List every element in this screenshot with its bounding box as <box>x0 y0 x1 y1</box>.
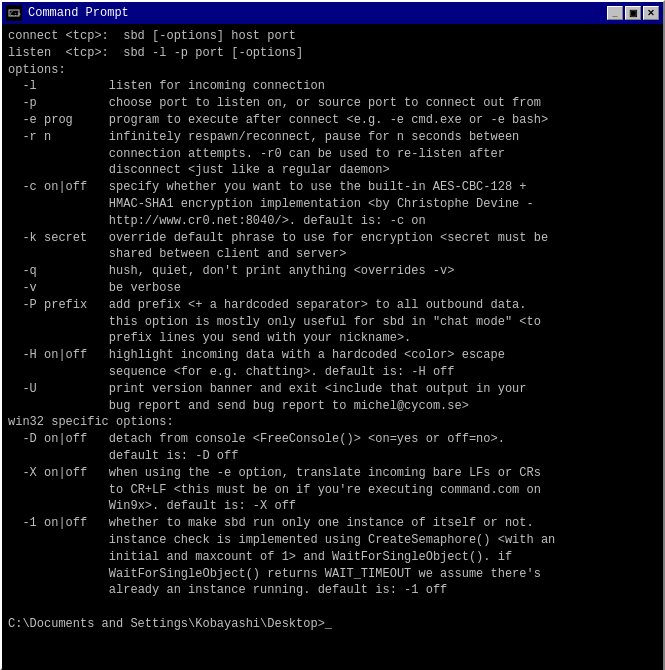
window-title: Command Prompt <box>28 6 129 20</box>
cmd-icon: C:> <box>6 5 22 21</box>
maximize-button[interactable]: ▣ <box>625 6 641 20</box>
title-bar: C:> Command Prompt _ ▣ ✕ <box>2 2 663 24</box>
window: C:> Command Prompt _ ▣ ✕ connect <tcp>: … <box>0 0 665 670</box>
terminal-output: connect <tcp>: sbd [-options] host port … <box>2 24 663 670</box>
minimize-button[interactable]: _ <box>607 6 623 20</box>
title-bar-left: C:> Command Prompt <box>6 5 129 21</box>
close-button[interactable]: ✕ <box>643 6 659 20</box>
title-bar-buttons: _ ▣ ✕ <box>607 6 659 20</box>
svg-text:C:>: C:> <box>10 10 21 17</box>
